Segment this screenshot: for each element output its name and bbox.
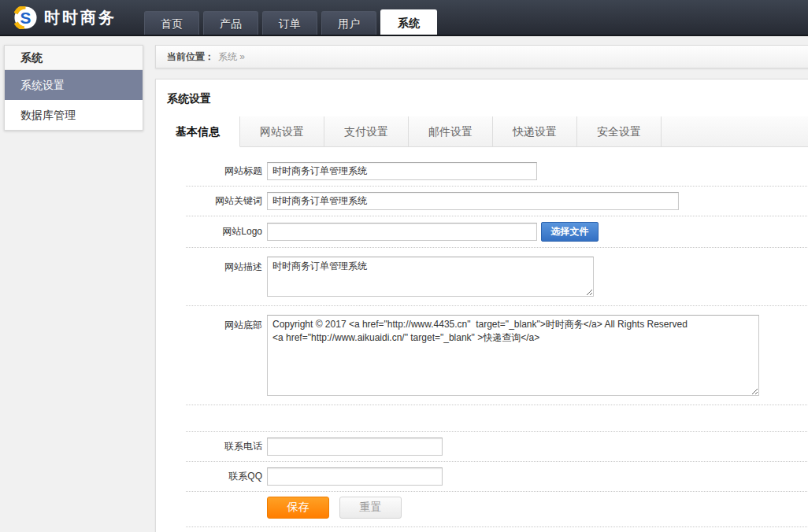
settings-tabs: 基本信息 网站设置 支付设置 邮件设置 快递设置 安全设置 [156, 116, 808, 147]
breadcrumb-path-system[interactable]: 系统 » [218, 51, 245, 62]
form-row: 网站关键词 [186, 187, 808, 216]
site-title-input[interactable] [267, 162, 537, 180]
reset-button[interactable]: 重置 [339, 497, 402, 519]
form-row: 网站描述 时时商务订单管理系统 [186, 248, 808, 306]
page-title: 系统设置 [156, 79, 808, 116]
tab-strip-filler [662, 116, 808, 147]
form-actions-row: 保存 重置 [186, 492, 808, 527]
sidebar-header: 系统 [5, 46, 143, 70]
tab-security-settings[interactable]: 安全设置 [577, 116, 662, 147]
brand-logo-icon: S [14, 6, 37, 29]
form-row: 联系电话 [186, 432, 808, 462]
site-keywords-input[interactable] [267, 192, 679, 210]
form-row-spacer [186, 405, 808, 432]
site-keywords-label: 网站关键词 [186, 194, 267, 208]
choose-file-button[interactable]: 选择文件 [541, 222, 599, 242]
nav-item-products[interactable]: 产品 [203, 11, 258, 35]
breadcrumb-label: 当前位置： [167, 51, 214, 62]
top-header: S 时时商务 首页 产品 订单 用户 系统 [0, 0, 808, 36]
breadcrumb: 当前位置：系统 » [155, 45, 808, 68]
form-row: 网站Logo 选择文件 [186, 216, 808, 248]
svg-text:S: S [20, 8, 32, 26]
sidebar: 系统 系统设置 数据库管理 [4, 45, 143, 131]
tab-mail-settings[interactable]: 邮件设置 [409, 116, 493, 147]
nav-item-home[interactable]: 首页 [144, 11, 199, 35]
brand[interactable]: S 时时商务 [14, 0, 117, 35]
site-footer-label: 网站底部 [186, 315, 267, 332]
site-title-label: 网站标题 [186, 164, 267, 178]
form-row: 网站标题 [186, 157, 808, 187]
nav-item-users[interactable]: 用户 [321, 11, 376, 35]
main-nav: 首页 产品 订单 用户 系统 [144, 9, 441, 35]
contact-phone-input[interactable] [267, 438, 443, 456]
sidebar-item-database-management[interactable]: 数据库管理 [5, 100, 143, 130]
site-description-label: 网站描述 [186, 257, 267, 274]
site-logo-input[interactable] [267, 223, 537, 241]
main-panel: 系统设置 基本信息 网站设置 支付设置 邮件设置 快递设置 安全设置 网站标题 … [155, 79, 808, 532]
tab-payment-settings[interactable]: 支付设置 [324, 116, 409, 147]
tab-basic-info[interactable]: 基本信息 [156, 116, 240, 147]
nav-item-orders[interactable]: 订单 [262, 11, 317, 35]
contact-qq-label: 联系QQ [186, 470, 267, 483]
save-button[interactable]: 保存 [267, 497, 329, 519]
site-logo-label: 网站Logo [186, 225, 267, 238]
basic-info-form: 网站标题 网站关键词 网站Logo 选择文件 网站描述 时时商务订单管理系统 网… [156, 147, 808, 527]
tab-site-settings[interactable]: 网站设置 [240, 116, 324, 147]
sidebar-item-system-settings[interactable]: 系统设置 [5, 70, 143, 100]
form-row: 网站底部 Copyright © 2017 <a href="http://ww… [186, 306, 808, 405]
tab-express-settings[interactable]: 快递设置 [493, 116, 577, 147]
contact-phone-label: 联系电话 [186, 440, 267, 453]
contact-qq-input[interactable] [267, 467, 443, 486]
form-row: 联系QQ [186, 462, 808, 492]
nav-item-system[interactable]: 系统 [380, 9, 437, 35]
site-description-textarea[interactable]: 时时商务订单管理系统 [267, 257, 594, 297]
site-footer-textarea[interactable]: Copyright © 2017 <a href="http://www.443… [267, 315, 759, 396]
brand-name: 时时商务 [44, 7, 117, 28]
